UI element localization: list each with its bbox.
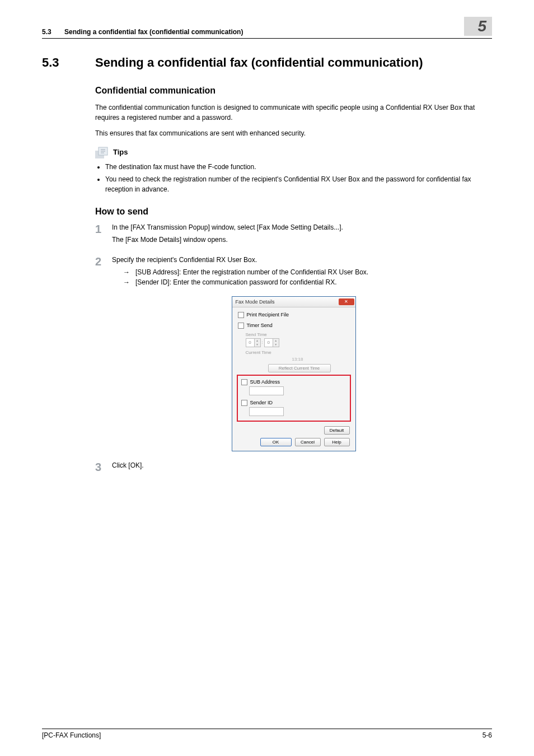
arrow-icon: → [123,278,135,286]
subheading-confidential: Confidential communication [95,86,492,96]
checkbox[interactable] [241,400,247,406]
paragraph: This ensures that fax communications are… [95,128,492,138]
sender-id-label: Sender ID [250,400,273,405]
sub-address-label: SUB Address [250,379,280,385]
timer-send-label: Timer Send [247,323,273,328]
tips-list: The destination fax must have the F-code… [95,162,492,194]
step-number: 1 [95,223,112,248]
subheading-howto: How to send [95,207,492,217]
header-section-title: Sending a confidential fax (confidential… [64,28,243,36]
print-recipient-label: Print Recipient File [247,312,289,318]
footer: [PC-FAX Functions] 5-6 [42,729,492,739]
checkbox[interactable] [238,323,244,329]
running-header: 5.3 Sending a confidential fax (confiden… [42,17,492,39]
tips-header: Tips [95,146,492,158]
step: 3 Click [OK]. [95,461,492,474]
footer-left: [PC-FAX Functions] [42,731,101,739]
section-title-text: Sending a confidential fax (confidential… [95,55,423,69]
chapter-badge: 5 [464,17,492,36]
send-time-label: Send Time [246,332,350,337]
list-item: You need to check the registration numbe… [105,174,492,194]
reflect-button[interactable]: Reflect Current Time [268,364,331,372]
highlighted-fields: SUB Address Sender ID [237,375,351,422]
step-number: 3 [95,461,112,474]
sub-item: → [SUB Address]: Enter the registration … [123,268,492,276]
sub-item-text: [SUB Address]: Enter the registration nu… [135,268,368,276]
cancel-button[interactable]: Cancel [295,438,321,446]
minute-spinner[interactable]: 0 ▲▼ [264,338,279,347]
help-button[interactable]: Help [324,438,350,446]
section-number: 5.3 [42,55,95,70]
dialog-titlebar: Fax Mode Details ✕ [232,297,355,307]
header-section-number: 5.3 [42,28,63,36]
tips-icon [95,146,111,158]
dialog-title: Fax Mode Details [236,299,275,305]
ok-button[interactable]: OK [260,438,292,446]
step-number: 2 [95,256,112,288]
list-item: The destination fax must have the F-code… [105,162,492,172]
step-text: Click [OK]. [112,461,492,469]
step: 2 Specify the recipient's Confidential R… [95,256,492,288]
hour-spinner[interactable]: 0 ▲▼ [246,338,261,347]
step-text: The [Fax Mode Details] window opens. [112,236,492,244]
step-text: In the [FAX Transmission Popup] window, … [112,223,492,231]
sub-item: → [Sender ID]: Enter the communication p… [123,278,492,286]
arrow-icon: → [123,268,135,276]
current-time-value: 13:18 [246,357,350,362]
close-icon[interactable]: ✕ [339,298,354,305]
checkbox[interactable] [241,379,247,385]
dialog-figure: Fax Mode Details ✕ Print Recipient File … [232,296,356,451]
sender-id-input[interactable] [249,407,284,416]
section-title: 5.3Sending a confidential fax (confident… [42,55,492,70]
default-button[interactable]: Default [324,426,350,435]
sub-item-text: [Sender ID]: Enter the communication pas… [135,278,337,286]
step-text: Specify the recipient's Confidential RX … [112,256,492,264]
tips-label: Tips [113,148,128,156]
current-time-label: Current Time [246,350,350,355]
paragraph: The confidential communication function … [95,102,492,123]
checkbox[interactable] [238,312,244,318]
sub-address-input[interactable] [249,386,284,395]
step: 1 In the [FAX Transmission Popup] window… [95,223,492,248]
footer-right: 5-6 [483,731,492,739]
